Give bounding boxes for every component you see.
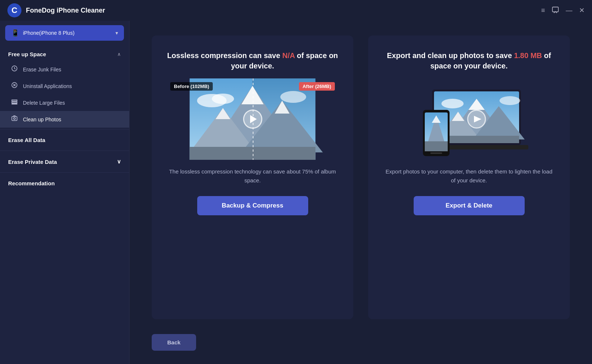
svg-rect-39	[425, 141, 448, 151]
free-up-space-header[interactable]: Free up Space ∧	[0, 45, 129, 61]
export-devices-svg	[403, 78, 536, 160]
device-selector[interactable]: 📱 iPhone(iPhone 8 Plus) ▾	[5, 25, 124, 41]
sidebar: 📱 iPhone(iPhone 8 Plus) ▾ Free up Space …	[0, 21, 130, 364]
sidebar-item-clean-photos[interactable]: Clean up Photos	[0, 111, 129, 128]
device-chevron-icon: ▾	[115, 30, 118, 36]
export-headline-pre: Export and clean up photos to save	[387, 51, 514, 60]
uninstall-apps-label: Uninstall Applications	[23, 83, 72, 89]
compress-play-button[interactable]	[243, 109, 262, 129]
minimize-button[interactable]: —	[566, 7, 572, 14]
content-panels: Lossless compression can save N/A of spa…	[130, 21, 592, 327]
titlebar-controls: ≡ — ✕	[541, 6, 585, 15]
compress-after-badge: After (26MB)	[299, 82, 335, 91]
erase-all-data-label: Erase All Data	[8, 137, 45, 143]
delete-large-icon	[10, 98, 18, 107]
chat-button[interactable]	[552, 6, 559, 15]
sidebar-item-delete-large[interactable]: Delete Large Files	[0, 94, 129, 111]
titlebar: C FoneDog iPhone Cleaner ≡ — ✕	[0, 0, 592, 21]
close-button[interactable]: ✕	[579, 7, 585, 14]
svg-point-21	[212, 94, 234, 104]
device-icon: 📱	[11, 29, 19, 37]
erase-private-data-arrow-icon: ∨	[117, 158, 121, 165]
main-layout: 📱 iPhone(iPhone 8 Plus) ▾ Free up Space …	[0, 21, 592, 364]
backup-compress-button[interactable]: Backup & Compress	[197, 196, 308, 215]
sidebar-divider-1	[0, 129, 129, 129]
sidebar-item-erase-private-data[interactable]: Erase Private Data ∨	[0, 152, 129, 171]
svg-text:C: C	[11, 6, 17, 15]
menu-button[interactable]: ≡	[541, 7, 545, 14]
content-area: Lossless compression can save N/A of spa…	[130, 21, 592, 364]
back-button[interactable]: Back	[152, 334, 196, 351]
erase-junk-label: Erase Junk Files	[23, 67, 61, 73]
sidebar-item-uninstall-apps[interactable]: Uninstall Applications	[0, 78, 129, 94]
export-delete-button[interactable]: Export & Delete	[414, 196, 525, 215]
export-devices-mockup	[383, 78, 555, 160]
delete-large-label: Delete Large Files	[23, 100, 65, 106]
compress-panel: Lossless compression can save N/A of spa…	[152, 36, 353, 319]
device-name: iPhone(iPhone 8 Plus)	[23, 30, 74, 36]
compress-headline-pre: Lossless compression can save	[167, 51, 282, 60]
sidebar-divider-2	[0, 151, 129, 151]
content-footer: Back	[130, 327, 592, 364]
export-description: Export photos to your computer, then del…	[383, 167, 555, 185]
compress-description: The lossless compression technology can …	[166, 167, 339, 185]
svg-rect-8	[12, 102, 17, 103]
export-headline-value: 1.80 MB	[514, 51, 542, 60]
export-headline: Export and clean up photos to save 1.80 …	[383, 50, 555, 71]
compress-before-badge: Before (102MB)	[170, 82, 213, 91]
erase-junk-icon	[10, 65, 18, 74]
export-panel: Export and clean up photos to save 1.80 …	[368, 36, 570, 319]
titlebar-left: C FoneDog iPhone Cleaner	[7, 3, 105, 17]
compress-headline-value: N/A	[282, 51, 295, 60]
svg-point-32	[500, 96, 520, 105]
svg-rect-10	[12, 117, 17, 121]
sidebar-divider-3	[0, 172, 129, 173]
svg-rect-9	[12, 104, 17, 104]
uninstall-apps-icon	[10, 82, 18, 90]
clean-photos-icon	[10, 115, 18, 124]
app-title: FoneDog iPhone Cleaner	[26, 7, 105, 14]
free-up-space-title: Free up Space	[8, 51, 46, 57]
svg-point-31	[441, 99, 464, 108]
erase-private-data-label: Erase Private Data	[8, 159, 57, 165]
app-logo-icon: C	[7, 3, 21, 17]
free-up-space-arrow-icon: ∧	[117, 51, 121, 57]
svg-point-11	[14, 118, 16, 119]
svg-rect-7	[12, 100, 17, 101]
compress-headline: Lossless compression can save N/A of spa…	[166, 50, 339, 71]
sidebar-item-erase-all-data[interactable]: Erase All Data	[0, 131, 129, 149]
sidebar-item-recommendation[interactable]: Recommendation	[0, 174, 129, 192]
svg-point-22	[280, 91, 306, 103]
sidebar-section-free-up-space: Free up Space ∧ Erase Junk Files	[0, 45, 129, 128]
compress-image-wrap: Before (102MB) After (26MB)	[166, 78, 339, 160]
sidebar-item-erase-junk[interactable]: Erase Junk Files	[0, 61, 129, 78]
clean-photos-label: Clean up Photos	[23, 117, 61, 122]
recommendation-label: Recommendation	[8, 180, 55, 186]
svg-rect-40	[430, 152, 442, 154]
